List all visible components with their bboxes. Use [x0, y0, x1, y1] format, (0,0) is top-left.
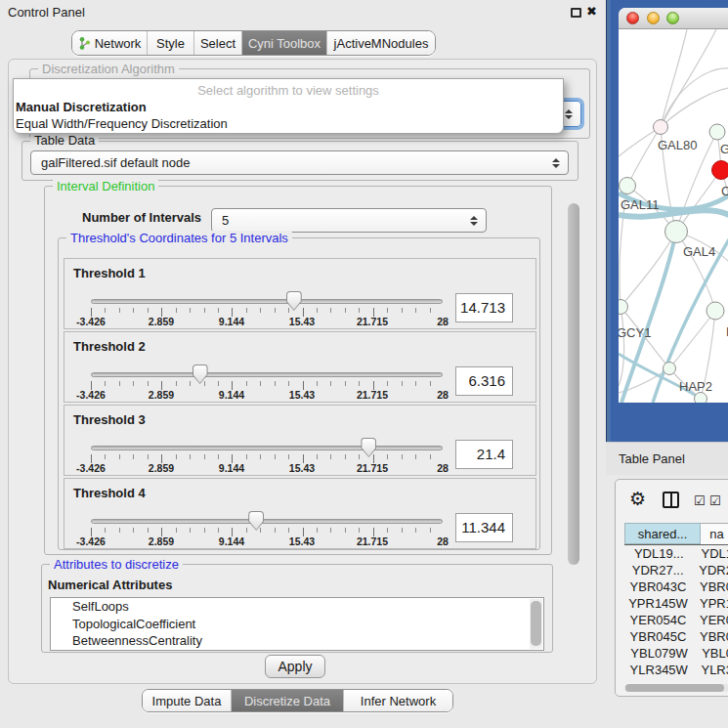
threshold-2-value-field[interactable]: 6.316: [455, 366, 513, 396]
cell-shared-name[interactable]: YLR345W: [624, 662, 693, 678]
close-icon[interactable]: ✖: [586, 4, 597, 19]
cell-shared-name[interactable]: YDL19...: [624, 545, 693, 562]
list-scrollbar-thumb[interactable]: [531, 601, 541, 646]
close-traffic-light-icon[interactable]: [626, 12, 639, 24]
table-row[interactable]: YDL19...YDL1: [624, 545, 728, 562]
tick-label: 21.715: [348, 316, 397, 327]
combo-arrows-icon: [565, 109, 573, 119]
num-intervals-combobox[interactable]: 5: [211, 208, 487, 233]
table-panel: ⚙ ☑ ☑ shared... na YDL19...YDL1 YDR27...…: [615, 479, 728, 697]
cell-name[interactable]: YDL1: [693, 545, 728, 562]
tab-discretize-data[interactable]: Discretize Data: [231, 690, 343, 711]
scrollbar-thumb[interactable]: [625, 684, 724, 692]
checkbox-checked-icon[interactable]: ☑: [694, 493, 706, 508]
threshold-3-panel: Threshold 3 -3.426 2.859 9.144 15.43 21.…: [64, 405, 536, 476]
cell-name[interactable]: YBR0: [692, 628, 728, 645]
cell-shared-name[interactable]: YPR145W: [624, 595, 692, 612]
float-window-icon[interactable]: [571, 8, 581, 18]
threshold-1-value-field[interactable]: 14.713: [455, 293, 513, 322]
tick-label: 9.144: [207, 389, 256, 401]
cell-shared-name[interactable]: YBL079W: [624, 645, 694, 662]
node-gal80[interactable]: [654, 120, 668, 135]
cell-name[interactable]: YPR1: [692, 595, 728, 612]
table-row[interactable]: YPR145WYPR1: [624, 595, 728, 612]
tick-label: 2.859: [137, 535, 186, 547]
list-item[interactable]: TopologicalCoefficient: [51, 616, 543, 633]
network-window-frame: GAL80 G C GAL11 GAL4 GCY1 H HAP2: [606, 0, 728, 442]
table-row[interactable]: YIL052CYIL0: [624, 678, 728, 682]
node-gcy1[interactable]: [619, 300, 628, 315]
threshold-2-slider-thumb[interactable]: [193, 364, 208, 384]
tab-jactivemnodules[interactable]: jActiveMNodules: [326, 31, 435, 55]
table-row[interactable]: YBR043CYBR0: [624, 578, 728, 595]
table-row[interactable]: YBR045CYBR0: [624, 628, 728, 645]
gear-icon[interactable]: ⚙: [629, 488, 646, 509]
table-horizontal-scrollbar[interactable]: [624, 684, 728, 692]
tab-network[interactable]: Network: [72, 31, 147, 55]
node-label-gal11: GAL11: [621, 197, 660, 212]
group-title: Interval Definition: [53, 179, 158, 193]
tab-infer-network[interactable]: Infer Network: [343, 690, 452, 711]
network-canvas[interactable]: GAL80 G C GAL11 GAL4 GCY1 H HAP2: [619, 29, 728, 403]
cell-name[interactable]: YER0: [692, 612, 728, 628]
threshold-4-slider-thumb[interactable]: [248, 511, 264, 531]
panel-vertical-scrollbar[interactable]: [568, 203, 579, 565]
group-title: Threshold's Coordinates for 5 Intervals: [66, 231, 292, 245]
zoom-traffic-light-icon[interactable]: [666, 12, 679, 24]
cell-shared-name[interactable]: YDR27...: [624, 562, 691, 578]
cell-name[interactable]: YIL0: [699, 678, 728, 682]
column-header-name[interactable]: na: [701, 523, 728, 544]
tab-label: Infer Network: [361, 694, 436, 708]
attributes-group: Attributes to discretize Numerical Attri…: [41, 564, 553, 653]
algorithm-option-equal-width[interactable]: Equal Width/Frequency Discretization: [16, 116, 228, 131]
table-row[interactable]: YER054CYER0: [624, 612, 728, 628]
node-bottom[interactable]: [695, 393, 707, 404]
table-row[interactable]: YLR345WYLR3: [624, 662, 728, 678]
list-item[interactable]: BetweennessCentrality: [51, 632, 543, 650]
checkbox-checked-icon[interactable]: ☑: [709, 493, 721, 508]
node-hap2[interactable]: [664, 363, 676, 375]
node-top-right[interactable]: [709, 124, 725, 140]
network-window-titlebar[interactable]: [619, 8, 728, 29]
list-item[interactable]: SelfLoops: [51, 598, 543, 616]
node-red-selected[interactable]: [712, 161, 728, 180]
cell-name[interactable]: YBL0: [694, 645, 728, 662]
threshold-1-slider-thumb[interactable]: [286, 291, 302, 311]
column-header-shared-name[interactable]: shared...: [624, 523, 701, 544]
group-title: Discretization Algorithm: [38, 62, 179, 76]
tick-label: 2.859: [137, 462, 186, 474]
tab-cyni-toolbox[interactable]: Cyni Toolbox: [241, 31, 326, 55]
cell-name[interactable]: YLR3: [693, 662, 728, 678]
cell-shared-name[interactable]: YIL052C: [624, 678, 699, 682]
cell-name[interactable]: YDR2: [691, 562, 728, 578]
table-data-combobox[interactable]: galFiltered.sif default node: [30, 150, 569, 175]
tick-label: -3.426: [66, 462, 115, 474]
algorithm-option-manual[interactable]: Manual Discretization: [16, 100, 147, 114]
algorithm-dropdown-popup: Select algorithm to view settings Manual…: [13, 78, 564, 134]
cell-shared-name[interactable]: YBR045C: [624, 628, 692, 645]
tick-label: 9.144: [207, 462, 256, 474]
node-label-gal80: GAL80: [658, 138, 697, 152]
table-row[interactable]: YDR27...YDR2: [624, 562, 728, 578]
tick-labels: -3.426 2.859 9.144 15.43 21.715 28: [91, 535, 443, 548]
right-region: GAL80 G C GAL11 GAL4 GCY1 H HAP2 Table P…: [606, 0, 728, 728]
tick-label: 21.715: [348, 389, 397, 401]
apply-button[interactable]: Apply: [265, 655, 325, 678]
columns-icon[interactable]: [663, 492, 679, 508]
cell-shared-name[interactable]: YBR043C: [624, 578, 692, 595]
minimize-traffic-light-icon[interactable]: [647, 12, 660, 24]
tick-label: 9.144: [207, 535, 256, 547]
threshold-3-value-field[interactable]: 21.4: [455, 440, 513, 469]
threshold-3-slider-thumb[interactable]: [361, 438, 376, 457]
tab-style[interactable]: Style: [147, 31, 193, 55]
tab-impute-data[interactable]: Impute Data: [143, 690, 231, 711]
tick-label: 15.43: [278, 316, 326, 327]
cell-shared-name[interactable]: YER054C: [624, 612, 692, 628]
threshold-4-value-field[interactable]: 11.344: [455, 513, 513, 542]
node-right-low[interactable]: [707, 302, 724, 320]
node-gal4[interactable]: [665, 221, 688, 243]
node-gal11[interactable]: [620, 178, 636, 194]
cell-name[interactable]: YBR0: [692, 578, 728, 595]
tab-select[interactable]: Select: [193, 31, 241, 55]
table-row[interactable]: YBL079WYBL0: [624, 645, 728, 662]
